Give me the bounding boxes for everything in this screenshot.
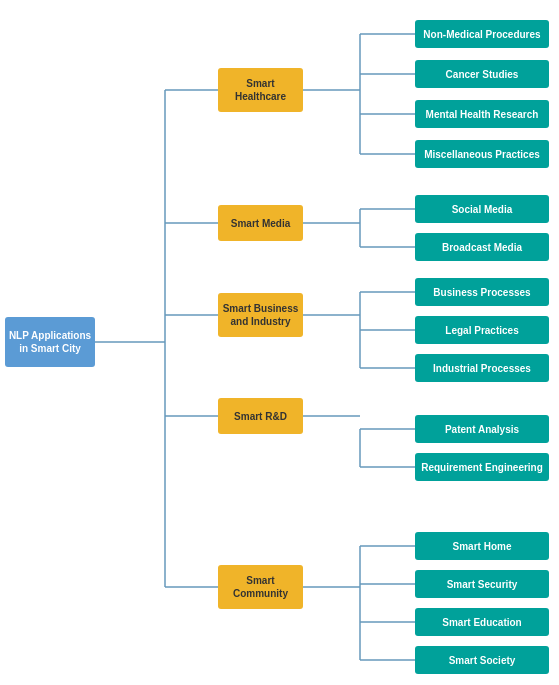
leaf-industrial: Industrial Processes xyxy=(415,354,549,382)
mid-label-rd: Smart R&D xyxy=(234,410,287,423)
leaf-label-misc: Miscellaneous Practices xyxy=(424,148,540,161)
mid-node-healthcare: SmartHealthcare xyxy=(218,68,303,112)
root-label: NLP Applications in Smart City xyxy=(5,329,95,355)
mid-node-media: Smart Media xyxy=(218,205,303,241)
mind-map-diagram: NLP Applications in Smart City SmartHeal… xyxy=(0,0,559,685)
leaf-social: Social Media xyxy=(415,195,549,223)
leaf-requirement: Requirement Engineering xyxy=(415,453,549,481)
mid-node-community: SmartCommunity xyxy=(218,565,303,609)
leaf-misc: Miscellaneous Practices xyxy=(415,140,549,168)
leaf-security: Smart Security xyxy=(415,570,549,598)
leaf-education: Smart Education xyxy=(415,608,549,636)
leaf-legal: Legal Practices xyxy=(415,316,549,344)
leaf-label-industrial: Industrial Processes xyxy=(433,362,531,375)
leaf-label-mental: Mental Health Research xyxy=(426,108,539,121)
leaf-non-medical: Non-Medical Procedures xyxy=(415,20,549,48)
mid-node-rd: Smart R&D xyxy=(218,398,303,434)
leaf-business-processes: Business Processes xyxy=(415,278,549,306)
leaf-label-society: Smart Society xyxy=(449,654,516,667)
mid-label-healthcare: SmartHealthcare xyxy=(235,77,286,103)
leaf-cancer: Cancer Studies xyxy=(415,60,549,88)
leaf-label-legal: Legal Practices xyxy=(445,324,518,337)
leaf-label-education: Smart Education xyxy=(442,616,521,629)
leaf-society: Smart Society xyxy=(415,646,549,674)
leaf-label-non-medical: Non-Medical Procedures xyxy=(423,28,540,41)
leaf-label-social: Social Media xyxy=(452,203,513,216)
root-node: NLP Applications in Smart City xyxy=(5,317,95,367)
leaf-label-security: Smart Security xyxy=(447,578,518,591)
mid-label-business: Smart Businessand Industry xyxy=(223,302,299,328)
leaf-label-patent: Patent Analysis xyxy=(445,423,519,436)
leaf-mental: Mental Health Research xyxy=(415,100,549,128)
mid-label-community: SmartCommunity xyxy=(233,574,288,600)
leaf-broadcast: Broadcast Media xyxy=(415,233,549,261)
leaf-label-home: Smart Home xyxy=(453,540,512,553)
leaf-label-requirement: Requirement Engineering xyxy=(421,461,543,474)
mid-label-media: Smart Media xyxy=(231,217,290,230)
mid-node-business: Smart Businessand Industry xyxy=(218,293,303,337)
leaf-home: Smart Home xyxy=(415,532,549,560)
leaf-patent: Patent Analysis xyxy=(415,415,549,443)
leaf-label-business-processes: Business Processes xyxy=(433,286,530,299)
leaf-label-broadcast: Broadcast Media xyxy=(442,241,522,254)
leaf-label-cancer: Cancer Studies xyxy=(446,68,519,81)
